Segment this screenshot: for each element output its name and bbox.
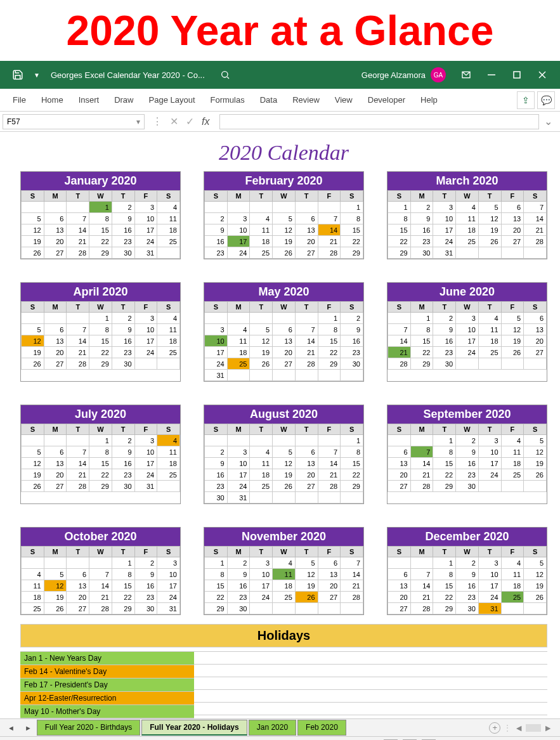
day-cell[interactable]: 10 xyxy=(134,446,157,458)
day-cell[interactable]: 30 xyxy=(112,247,134,259)
day-cell[interactable]: 15 xyxy=(318,335,341,347)
day-cell[interactable]: 10 xyxy=(456,324,479,335)
day-cell[interactable] xyxy=(295,202,318,213)
day-cell[interactable]: 18 xyxy=(250,469,273,481)
day-cell[interactable]: 19 xyxy=(524,580,547,592)
day-cell[interactable]: 11 xyxy=(227,335,250,347)
day-cell[interactable]: 9 xyxy=(205,458,228,469)
day-cell[interactable]: 19 xyxy=(22,469,44,481)
day-cell[interactable]: 25 xyxy=(250,481,273,492)
day-cell[interactable] xyxy=(341,370,363,381)
day-cell[interactable]: 8 xyxy=(341,213,363,224)
day-cell[interactable]: 23 xyxy=(134,592,157,603)
day-cell[interactable] xyxy=(250,492,273,503)
day-cell[interactable]: 7 xyxy=(410,446,433,458)
day-cell[interactable]: 19 xyxy=(273,236,296,247)
day-cell[interactable]: 7 xyxy=(318,213,341,224)
day-cell[interactable]: 15 xyxy=(341,224,363,236)
day-cell[interactable]: 14 xyxy=(89,580,112,592)
expand-formula-icon[interactable]: ⌄ xyxy=(539,115,557,127)
day-cell[interactable]: 10 xyxy=(478,569,501,580)
day-cell[interactable]: 6 xyxy=(67,569,89,580)
day-cell[interactable]: 18 xyxy=(501,458,524,469)
day-cell[interactable]: 6 xyxy=(388,446,411,458)
search-icon[interactable] xyxy=(212,61,238,89)
day-cell[interactable]: 6 xyxy=(501,202,524,213)
day-cell[interactable]: 24 xyxy=(433,236,456,247)
day-cell[interactable]: 6 xyxy=(44,324,67,335)
day-cell[interactable]: 10 xyxy=(134,213,157,224)
day-cell[interactable]: 20 xyxy=(273,347,296,358)
day-cell[interactable]: 17 xyxy=(227,236,250,247)
day-cell[interactable]: 25 xyxy=(456,236,479,247)
day-cell[interactable]: 13 xyxy=(388,580,411,592)
day-cell[interactable]: 7 xyxy=(524,202,547,213)
day-cell[interactable] xyxy=(44,435,67,446)
day-cell[interactable]: 26 xyxy=(22,481,44,492)
day-cell[interactable]: 2 xyxy=(112,435,134,446)
day-cell[interactable]: 26 xyxy=(44,603,67,614)
day-cell[interactable]: 15 xyxy=(410,335,433,347)
day-cell[interactable]: 8 xyxy=(341,446,363,458)
day-cell[interactable]: 11 xyxy=(501,569,524,580)
day-cell[interactable]: 6 xyxy=(44,446,67,458)
day-cell[interactable]: 17 xyxy=(157,580,180,592)
day-cell[interactable]: 29 xyxy=(410,358,433,370)
day-cell[interactable]: 21 xyxy=(67,469,89,481)
day-cell[interactable] xyxy=(67,313,89,324)
day-cell[interactable] xyxy=(205,435,228,446)
day-cell[interactable]: 23 xyxy=(112,236,134,247)
day-cell[interactable]: 6 xyxy=(44,213,67,224)
day-cell[interactable] xyxy=(295,435,318,446)
day-cell[interactable]: 14 xyxy=(67,458,89,469)
day-cell[interactable] xyxy=(410,557,433,569)
day-cell[interactable]: 26 xyxy=(501,347,524,358)
day-cell[interactable]: 27 xyxy=(501,236,524,247)
day-cell[interactable]: 30 xyxy=(134,603,157,614)
day-cell[interactable] xyxy=(157,358,180,370)
day-cell[interactable]: 1 xyxy=(433,435,456,446)
day-cell[interactable]: 18 xyxy=(273,580,296,592)
day-cell[interactable]: 17 xyxy=(134,458,157,469)
day-cell[interactable] xyxy=(134,358,157,370)
day-cell[interactable]: 24 xyxy=(134,347,157,358)
day-cell[interactable]: 12 xyxy=(478,213,501,224)
name-box[interactable]: F57 ▾ xyxy=(3,114,145,129)
day-cell[interactable] xyxy=(273,202,296,213)
day-cell[interactable]: 13 xyxy=(295,458,318,469)
avatar[interactable]: GA xyxy=(431,67,446,82)
day-cell[interactable]: 20 xyxy=(44,469,67,481)
day-cell[interactable] xyxy=(89,557,112,569)
ribbon-tab-file[interactable]: File xyxy=(5,90,34,110)
day-cell[interactable]: 15 xyxy=(112,580,134,592)
day-cell[interactable]: 31 xyxy=(157,603,180,614)
day-cell[interactable]: 5 xyxy=(273,213,296,224)
day-cell[interactable]: 31 xyxy=(205,370,228,381)
day-cell[interactable]: 29 xyxy=(341,481,363,492)
day-cell[interactable]: 18 xyxy=(501,580,524,592)
day-cell[interactable]: 30 xyxy=(410,247,433,259)
day-cell[interactable] xyxy=(273,313,296,324)
cancel-icon[interactable]: ✕ xyxy=(170,115,178,127)
day-cell[interactable] xyxy=(295,603,318,614)
day-cell[interactable]: 27 xyxy=(67,603,89,614)
day-cell[interactable]: 16 xyxy=(456,458,479,469)
day-cell[interactable]: 24 xyxy=(205,358,228,370)
day-cell[interactable]: 13 xyxy=(44,458,67,469)
day-cell[interactable]: 8 xyxy=(410,324,433,335)
day-cell[interactable]: 14 xyxy=(67,224,89,236)
day-cell[interactable]: 21 xyxy=(524,224,547,236)
scroll-right-icon[interactable]: ► xyxy=(544,723,552,733)
day-cell[interactable]: 24 xyxy=(134,469,157,481)
day-cell[interactable] xyxy=(67,557,89,569)
comments-icon[interactable]: 💬 xyxy=(537,91,555,109)
day-cell[interactable]: 16 xyxy=(410,224,433,236)
day-cell[interactable]: 11 xyxy=(456,213,479,224)
day-cell[interactable] xyxy=(157,247,180,259)
ribbon-tab-page-layout[interactable]: Page Layout xyxy=(141,90,203,110)
day-cell[interactable]: 12 xyxy=(524,569,547,580)
day-cell[interactable] xyxy=(22,202,44,213)
day-cell[interactable]: 27 xyxy=(295,247,318,259)
day-cell[interactable]: 31 xyxy=(134,247,157,259)
day-cell[interactable]: 4 xyxy=(456,202,479,213)
